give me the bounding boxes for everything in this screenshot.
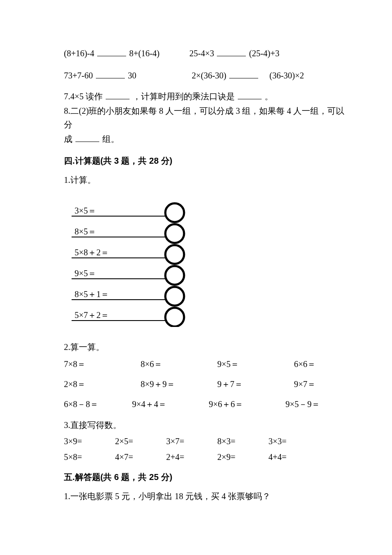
fill8-a: 8.二(2)班的小朋友如果每 8 人一组，可以分成 3 组，如果每 4 人一组，… [64, 106, 344, 129]
fill7-suffix: 。 [265, 92, 273, 101]
q2-r2-c3: 9×7＝ [294, 379, 354, 390]
bubble-svg: 3×5＝ 8×5＝ 5×8＋2＝ 9×5＝ [64, 195, 200, 327]
sec5-q1: 1.一张电影票 5 元，小明拿出 18 元钱，买 4 张票够吗？ [64, 489, 345, 503]
q3-r2-c0: 5×8= [64, 452, 115, 462]
bubble-text-0: 3×5＝ [75, 206, 96, 215]
fill8-c: 组。 [102, 134, 119, 144]
bubble-text-4: 8×5＋1＝ [75, 289, 109, 299]
fill7-mid: ，计算时用到的乘法口诀是 [133, 92, 235, 101]
bubble-text-2: 5×8＋2＝ [75, 248, 109, 257]
q2-r3-c1: 9×4＋4＝ [132, 399, 209, 410]
fill7-blank-2 [238, 90, 262, 99]
section-4-title: 四.计算题(共 3 题，共 28 分) [64, 155, 345, 167]
q2-r1-c1: 8×6＝ [141, 358, 217, 370]
q2-r3-c2: 9×6＋6＝ [209, 399, 285, 410]
fill7-blank-1 [106, 90, 130, 99]
q3-r2-c4: 4+4= [268, 452, 320, 462]
bubble-circle-2 [165, 245, 184, 264]
q2-r2-c0: 2×8＝ [64, 379, 141, 390]
bubble-text-3: 9×5＝ [75, 269, 96, 278]
q3-row-2: 5×8= 4×7= 2+4= 2×9= 4+4= [64, 452, 345, 462]
q2-r3-c3: 9×5－9＝ [285, 399, 345, 410]
bubble-circle-5 [165, 308, 184, 327]
bubble-circle-4 [165, 287, 184, 306]
q2-r1-c0: 7×8＝ [64, 358, 141, 370]
cmp4-rhs: (36-30)×2 [269, 71, 304, 80]
q2-r1-c2: 9×5＝ [217, 358, 294, 370]
cmp1-rhs: 8+(16-4) [129, 49, 159, 58]
page: (8+16)-4 8+(16-4) 25-4×3 (25-4)+3 73+7-6… [0, 0, 392, 532]
q2-row-3: 6×8－8＝ 9×4＋4＝ 9×6＋6＝ 9×5－9＝ [64, 399, 345, 410]
fill-8-line2: 成 组。 [64, 132, 345, 146]
q3-r1-c0: 3×9= [64, 436, 115, 446]
sec4-q3-label: 3.直接写得数。 [64, 418, 345, 432]
fill8-b: 成 [64, 134, 72, 144]
q3-r1-c3: 8×3= [217, 436, 268, 446]
q3-r2-c2: 2+4= [166, 452, 217, 462]
cmp1-lhs: (8+16)-4 [64, 49, 94, 58]
q3-r1-c2: 3×7= [166, 436, 217, 446]
q2-r3-c0: 6×8－8＝ [64, 399, 132, 410]
q2-row-1: 7×8＝ 8×6＝ 9×5＝ 6×6＝ [64, 358, 345, 370]
sec4-q1-label: 1.计算。 [64, 173, 345, 187]
cmp2-lhs: 25-4×3 [190, 49, 214, 58]
fill-8-line1: 8.二(2)班的小朋友如果每 8 人一组，可以分成 3 组，如果每 4 人一组，… [64, 104, 345, 131]
cmp1-blank [97, 47, 126, 56]
q3-row-1: 3×9= 2×5= 3×7= 8×3= 3×3= [64, 436, 345, 446]
cmp4-blank [229, 69, 258, 78]
bubble-circle-0 [165, 203, 184, 222]
compare-row-2: 73+7-60 30 2×(36-30) (36-30)×2 [64, 68, 345, 83]
fill7-prefix: 7.4×5 读作 [64, 92, 103, 101]
q2-row-2: 2×8＝ 8×9＋9＝ 9＋7＝ 9×7＝ [64, 379, 345, 390]
q2-r1-c3: 6×6＝ [294, 358, 354, 370]
cmp3-blank [96, 69, 125, 78]
q3-r1-c4: 3×3= [268, 436, 320, 446]
compare-row-1: (8+16)-4 8+(16-4) 25-4×3 (25-4)+3 [64, 46, 345, 61]
q2-r2-c2: 9＋7＝ [217, 379, 294, 390]
cmp3-lhs: 73+7-60 [64, 71, 93, 80]
bubble-diagram: 3×5＝ 8×5＝ 5×8＋2＝ 9×5＝ [64, 195, 345, 327]
q3-r2-c3: 2×9= [217, 452, 268, 462]
bubble-circle-1 [165, 224, 184, 243]
fill8-blank [75, 133, 99, 142]
cmp3-rhs: 30 [128, 71, 136, 80]
q2-r2-c1: 8×9＋9＝ [141, 379, 217, 390]
cmp2-rhs: (25-4)+3 [249, 49, 279, 58]
cmp4-lhs: 2×(36-30) [192, 71, 226, 80]
bubble-circle-3 [165, 266, 184, 285]
fill-7: 7.4×5 读作 ，计算时用到的乘法口诀是 。 [64, 90, 345, 103]
sec4-q2-label: 2.算一算。 [64, 340, 345, 354]
section-5-title: 五.解答题(共 6 题，共 25 分) [64, 471, 345, 483]
bubble-text-1: 8×5＝ [75, 227, 96, 236]
q3-r1-c1: 2×5= [115, 436, 166, 446]
q3-r2-c1: 4×7= [115, 452, 166, 462]
bubble-text-5: 5×7＋2＝ [75, 310, 109, 320]
cmp2-blank [217, 47, 246, 56]
